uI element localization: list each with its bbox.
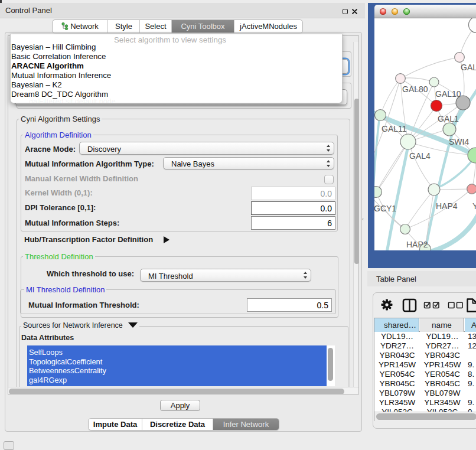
svg-text:SWI4: SWI4 xyxy=(449,137,469,146)
svg-text:GAL: GAL xyxy=(461,63,476,72)
svg-text:GCY1: GCY1 xyxy=(374,204,396,213)
svg-text:HAP4: HAP4 xyxy=(436,201,458,211)
svg-text:GAL1: GAL1 xyxy=(438,114,459,123)
svg-text:HAP2: HAP2 xyxy=(406,240,428,249)
svg-text:Y: Y xyxy=(472,201,476,211)
svg-text:GAL4: GAL4 xyxy=(409,151,431,161)
svg-text:GAL11: GAL11 xyxy=(382,124,407,133)
svg-text:GAL80: GAL80 xyxy=(402,84,428,94)
svg-text:GAL10: GAL10 xyxy=(435,89,461,99)
